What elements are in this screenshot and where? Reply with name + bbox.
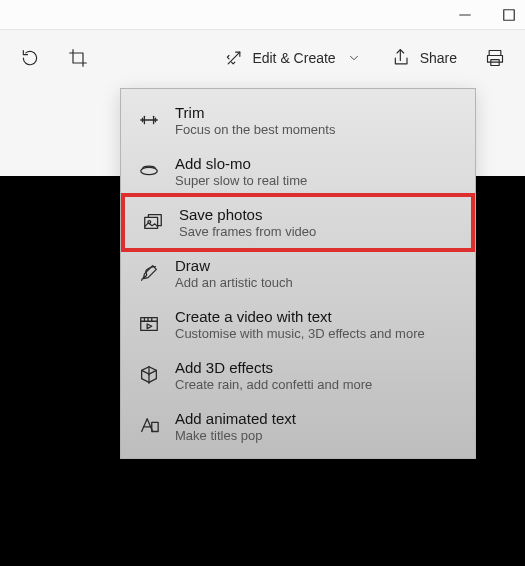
animated-text-icon bbox=[137, 414, 161, 438]
menu-item-3d-effects[interactable]: Add 3D effects Create rain, add confetti… bbox=[121, 350, 475, 401]
menu-item-subtitle: Save frames from video bbox=[179, 224, 316, 239]
minimize-button[interactable] bbox=[457, 7, 473, 23]
svg-marker-18 bbox=[147, 324, 152, 329]
menu-item-draw[interactable]: Draw Add an artistic touch bbox=[121, 248, 475, 299]
menu-item-title: Add animated text bbox=[175, 410, 296, 427]
save-photos-icon bbox=[141, 210, 165, 234]
menu-item-trim[interactable]: Trim Focus on the best moments bbox=[121, 95, 475, 146]
menu-item-title: Save photos bbox=[179, 206, 316, 223]
magic-icon bbox=[224, 48, 244, 68]
share-icon bbox=[392, 48, 412, 68]
menu-item-animated-text[interactable]: Add animated text Make titles pop bbox=[121, 401, 475, 452]
3d-effects-icon bbox=[137, 363, 161, 387]
svg-rect-2 bbox=[489, 51, 501, 56]
menu-item-video-text[interactable]: Create a video with text Customise with … bbox=[121, 299, 475, 350]
slomo-icon bbox=[137, 159, 161, 183]
crop-icon[interactable] bbox=[68, 48, 88, 68]
svg-rect-3 bbox=[488, 56, 503, 63]
draw-icon bbox=[137, 261, 161, 285]
edit-create-label: Edit & Create bbox=[252, 50, 335, 66]
menu-item-title: Create a video with text bbox=[175, 308, 425, 325]
menu-item-slomo[interactable]: Add slo-mo Super slow to real time bbox=[121, 146, 475, 197]
edit-create-button[interactable]: Edit & Create bbox=[224, 48, 363, 68]
trim-icon bbox=[137, 108, 161, 132]
menu-item-subtitle: Create rain, add confetti and more bbox=[175, 377, 372, 392]
svg-rect-1 bbox=[504, 9, 515, 20]
menu-item-title: Draw bbox=[175, 257, 293, 274]
video-text-icon bbox=[137, 312, 161, 336]
share-button[interactable]: Share bbox=[392, 48, 457, 68]
maximize-button[interactable] bbox=[501, 7, 517, 23]
menu-item-subtitle: Make titles pop bbox=[175, 428, 296, 443]
print-icon[interactable] bbox=[485, 48, 505, 68]
svg-rect-13 bbox=[141, 318, 158, 331]
chevron-down-icon bbox=[344, 48, 364, 68]
menu-item-title: Add 3D effects bbox=[175, 359, 372, 376]
menu-item-subtitle: Super slow to real time bbox=[175, 173, 307, 188]
menu-item-title: Trim bbox=[175, 104, 335, 121]
menu-item-subtitle: Focus on the best moments bbox=[175, 122, 335, 137]
menu-item-subtitle: Customise with music, 3D effects and mor… bbox=[175, 326, 425, 341]
rotate-icon[interactable] bbox=[20, 48, 40, 68]
menu-item-title: Add slo-mo bbox=[175, 155, 307, 172]
share-label: Share bbox=[420, 50, 457, 66]
toolbar: Edit & Create Share bbox=[0, 30, 525, 86]
window-titlebar bbox=[0, 0, 525, 30]
menu-item-save-photos[interactable]: Save photos Save frames from video bbox=[121, 193, 475, 252]
svg-rect-11 bbox=[145, 217, 158, 228]
edit-create-menu: Trim Focus on the best moments Add slo-m… bbox=[120, 88, 476, 459]
menu-item-subtitle: Add an artistic touch bbox=[175, 275, 293, 290]
